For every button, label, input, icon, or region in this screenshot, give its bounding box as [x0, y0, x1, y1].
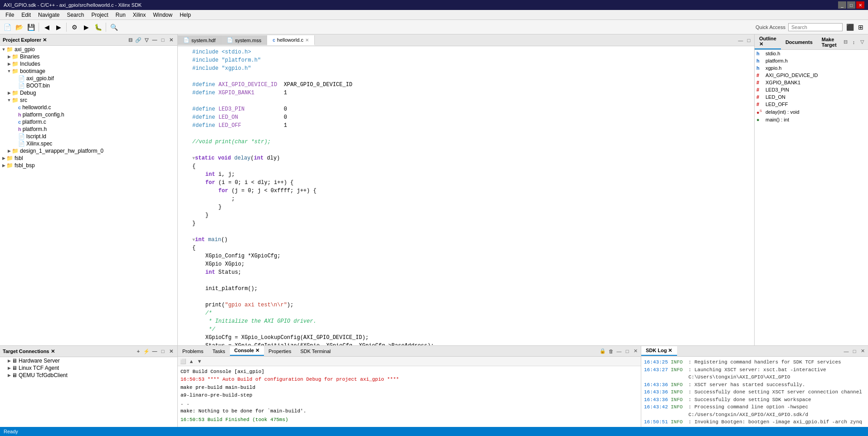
tree-item-lscript[interactable]: 📄 lscript.ld: [0, 133, 177, 140]
console-up-icon[interactable]: ▲: [188, 358, 195, 365]
outline-item-led-off[interactable]: # LED_OFF: [755, 101, 868, 108]
tree-item-design-wrapper[interactable]: ▶ 📁 design_1_wrapper_hw_platform_0: [0, 147, 177, 155]
tab-close-icon[interactable]: ✕: [305, 38, 309, 43]
tab-helloworld-c[interactable]: c helloworld.c ✕: [267, 35, 315, 45]
tab-properties[interactable]: Properties: [264, 347, 296, 355]
outline-item-main[interactable]: ● main() : int: [755, 116, 868, 123]
tab-outline[interactable]: Outline ✕: [755, 34, 781, 49]
menu-window[interactable]: Window: [150, 11, 176, 19]
minimize-panel-icon[interactable]: —: [151, 348, 158, 355]
maximize-console-icon[interactable]: □: [624, 348, 631, 355]
close-panel-icon[interactable]: ✕: [167, 348, 175, 355]
connect-icon[interactable]: ⚡: [143, 348, 150, 355]
tab-console[interactable]: Console ✕: [230, 346, 264, 356]
tab-sdk-log[interactable]: SDK Log ✕: [641, 346, 677, 356]
outline-collapse-icon[interactable]: ⊟: [842, 39, 849, 46]
perspective-open-button[interactable]: ⬛: [844, 22, 855, 33]
toolbar-back[interactable]: ◀: [41, 22, 52, 33]
menu-xilinx[interactable]: Xilinx: [129, 11, 150, 19]
tree-item-boot-bin[interactable]: 📄 BOOT.bin: [0, 82, 177, 89]
minimize-panel-icon[interactable]: —: [151, 36, 158, 44]
close-console-icon[interactable]: ✕: [632, 348, 639, 355]
new-connection-icon[interactable]: +: [135, 348, 142, 355]
outline-item-delay[interactable]: ●S delay(int) : void: [755, 108, 868, 116]
outline-item-platform[interactable]: h platform.h: [755, 57, 868, 64]
outline-filter-icon[interactable]: ▽: [858, 39, 866, 46]
maximize-button[interactable]: □: [847, 1, 855, 9]
filter-icon[interactable]: ▽: [143, 36, 150, 44]
minimize-editor-icon[interactable]: —: [737, 37, 744, 44]
maximize-editor-icon[interactable]: □: [745, 37, 752, 44]
tree-item-fsbl[interactable]: ▶ 📁 fsbl: [0, 155, 177, 162]
tree-item-platform-c[interactable]: c platform.c: [0, 118, 177, 126]
tree-item-bootimage[interactable]: ▼ 📁 bootimage: [0, 68, 177, 75]
tree-item-binaries[interactable]: ▶ 📁 Binaries: [0, 53, 177, 60]
close-sdk-icon[interactable]: ✕: [859, 348, 866, 355]
toolbar-forward[interactable]: ▶: [53, 22, 64, 33]
outline-item-stdio[interactable]: h stdio.h: [755, 50, 868, 57]
tree-item-src[interactable]: ▼ 📁 src: [0, 97, 177, 104]
console-down-icon[interactable]: ▼: [196, 358, 203, 365]
toolbar-new[interactable]: 📄: [2, 22, 13, 33]
toolbar-save[interactable]: 💾: [25, 22, 36, 33]
maximize-panel-icon[interactable]: □: [159, 36, 166, 44]
outline-item-axi-gpio-device-id[interactable]: # AXI_GPIO_DEVICE_ID: [755, 72, 868, 79]
tree-item-includes[interactable]: ▶ 📁 Includes: [0, 60, 177, 68]
tree-item-axi-gpio-bif[interactable]: 📄 axi_gpio.bif: [0, 75, 177, 82]
scroll-lock-icon[interactable]: 🔒: [599, 348, 606, 355]
tab-sdk-terminal[interactable]: SDK Terminal: [296, 347, 335, 355]
tree-item-fsbl-bsp[interactable]: ▶ 📁 fsbl_bsp: [0, 162, 177, 169]
tab-tasks[interactable]: Tasks: [208, 347, 229, 355]
link-editor-icon[interactable]: 🔗: [135, 36, 142, 44]
toolbar-search[interactable]: 🔍: [108, 22, 119, 33]
toolbar-debug[interactable]: 🐛: [93, 22, 103, 33]
include-icon: h: [756, 51, 764, 56]
minimize-console-icon[interactable]: —: [615, 348, 623, 355]
menu-search[interactable]: Search: [63, 11, 88, 19]
close-button[interactable]: ✕: [856, 1, 864, 9]
code-editor[interactable]: #include <stdio.h> #include "platform.h"…: [178, 46, 754, 345]
tab-make-target[interactable]: Make Target: [817, 35, 841, 49]
minimize-sdk-icon[interactable]: —: [843, 348, 850, 355]
menu-help[interactable]: Help: [176, 11, 195, 19]
expand-arrow: ▶: [6, 91, 12, 95]
maximize-panel-icon[interactable]: □: [159, 348, 166, 355]
tree-item-linux-tcf[interactable]: ▶ 🖥 Linux TCF Agent: [0, 364, 177, 372]
menu-navigate[interactable]: Navigate: [34, 11, 63, 19]
outline-item-led3-pin[interactable]: # LED3_PIN: [755, 86, 868, 93]
define-icon: #: [756, 94, 764, 100]
collapse-all-icon[interactable]: ⊟: [127, 36, 134, 44]
outline-item-xgpio[interactable]: h xgpio.h: [755, 64, 868, 72]
tree-item-axi-gpio[interactable]: ▼ 📁 axi_gpio: [0, 46, 177, 53]
menu-file[interactable]: File: [2, 11, 18, 19]
tree-item-debug[interactable]: ▶ 📁 Debug: [0, 89, 177, 97]
perspective-manage-button[interactable]: ⊞: [855, 22, 866, 33]
c-file-icon: c: [18, 105, 21, 110]
tree-item-xilinx-spec[interactable]: 📄 Xilinx.spec: [0, 140, 177, 147]
outline-settings-icon[interactable]: ⚙: [867, 39, 868, 46]
menu-project[interactable]: Project: [88, 11, 112, 19]
console-clear-icon[interactable]: ⬜: [180, 358, 187, 365]
tree-item-qemu[interactable]: ▶ 🖥 QEMU TcfGdbClient: [0, 372, 177, 379]
tree-item-helloworld[interactable]: c helloworld.c: [0, 104, 177, 111]
maximize-sdk-icon[interactable]: □: [851, 348, 858, 355]
toolbar-run[interactable]: ▶: [81, 22, 92, 33]
clear-console-icon[interactable]: 🗑: [607, 348, 614, 355]
tab-problems[interactable]: Problems: [178, 347, 208, 355]
close-panel-icon[interactable]: ✕: [167, 36, 175, 44]
outline-item-xgpio-bank1[interactable]: # XGPIO_BANK1: [755, 79, 868, 86]
search-input[interactable]: [788, 23, 843, 31]
outline-sort-icon[interactable]: ↕: [850, 39, 858, 46]
tree-item-platform-h[interactable]: h platform.h: [0, 126, 177, 133]
minimize-button[interactable]: _: [838, 1, 846, 9]
tab-documents[interactable]: Documents: [781, 38, 817, 46]
menu-run[interactable]: Run: [112, 11, 129, 19]
menu-edit[interactable]: Edit: [18, 11, 34, 19]
tab-system-hdf[interactable]: 📄 system.hdf: [178, 35, 221, 45]
tree-item-platform-config[interactable]: h platform_config.h: [0, 111, 177, 118]
tree-item-hardware-server[interactable]: ▶ 🖥 Hardware Server: [0, 357, 177, 364]
toolbar-open[interactable]: 📂: [14, 22, 24, 33]
outline-item-led-on[interactable]: # LED_ON: [755, 93, 868, 101]
tab-system-mss[interactable]: 📄 system.mss: [221, 35, 267, 45]
toolbar-build[interactable]: ⚙: [69, 22, 80, 33]
